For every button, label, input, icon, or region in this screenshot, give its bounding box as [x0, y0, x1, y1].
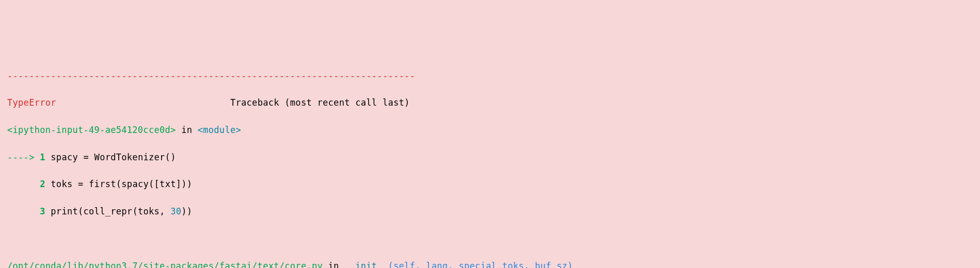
- frame2-func: __init__: [344, 261, 388, 268]
- code: toks: [51, 179, 78, 189]
- arrow: ---->: [7, 152, 40, 162]
- paren: (: [116, 179, 122, 189]
- code: first: [84, 179, 116, 189]
- frame1-line1: ----> 1 spacy = WordTokenizer(): [7, 150, 973, 164]
- space: [165, 206, 171, 216]
- code: WordTokenizer: [89, 152, 165, 162]
- in-text: in: [323, 261, 344, 268]
- bracket: ]: [176, 179, 182, 189]
- indent: [7, 206, 40, 216]
- separator-line: ----------------------------------------…: [7, 69, 973, 82]
- code: spacy: [121, 179, 149, 189]
- frame1-module: <module>: [198, 125, 241, 135]
- comma: ,: [160, 206, 165, 216]
- header-spacer: [56, 97, 230, 108]
- paren: ): [170, 152, 176, 162]
- paren: ): [187, 206, 193, 216]
- separator: ----------------------------------------…: [7, 71, 415, 81]
- lineno: 1: [40, 152, 45, 162]
- code: print: [51, 206, 78, 216]
- frame1-location: <ipython-input-49-ae54120cce0d>: [7, 125, 176, 135]
- blank-line: [7, 232, 973, 245]
- paren: (: [132, 206, 138, 216]
- frame1-location-line: <ipython-input-49-ae54120cce0d> in <modu…: [7, 123, 973, 137]
- lineno: 2: [40, 179, 45, 189]
- number: 30: [170, 206, 181, 216]
- paren: (: [149, 179, 154, 189]
- code: toks: [138, 206, 160, 216]
- error-header-line: TypeError Traceback (most recent call la…: [7, 96, 973, 109]
- eq: =: [84, 152, 89, 162]
- frame2-location: /opt/conda/lib/python3.7/site-packages/f…: [7, 261, 323, 268]
- pad: [45, 152, 51, 162]
- pad: [45, 206, 51, 216]
- code: spacy: [51, 152, 83, 162]
- paren: (: [165, 152, 171, 162]
- frame1-line2: 2 toks = first(spacy([txt])): [7, 177, 973, 191]
- code: coll_repr: [84, 206, 133, 216]
- code: txt: [160, 179, 176, 189]
- indent: [7, 179, 40, 189]
- frame2-location-line: /opt/conda/lib/python3.7/site-packages/f…: [7, 259, 973, 268]
- error-type: TypeError: [7, 97, 56, 108]
- eq: =: [78, 179, 84, 189]
- in-text: in: [176, 125, 198, 135]
- paren: ): [181, 179, 187, 189]
- bracket: [: [154, 179, 160, 189]
- traceback-label: Traceback (most recent call last): [230, 97, 410, 108]
- traceback-output: ----------------------------------------…: [7, 55, 973, 268]
- paren: ): [181, 206, 187, 216]
- lineno: 3: [40, 206, 45, 216]
- frame2-args: (self, lang, special_toks, buf_sz): [388, 261, 573, 268]
- pad: [45, 179, 51, 189]
- paren: (: [78, 206, 84, 216]
- paren: ): [187, 179, 193, 189]
- frame1-line3: 3 print(coll_repr(toks, 30)): [7, 205, 973, 218]
